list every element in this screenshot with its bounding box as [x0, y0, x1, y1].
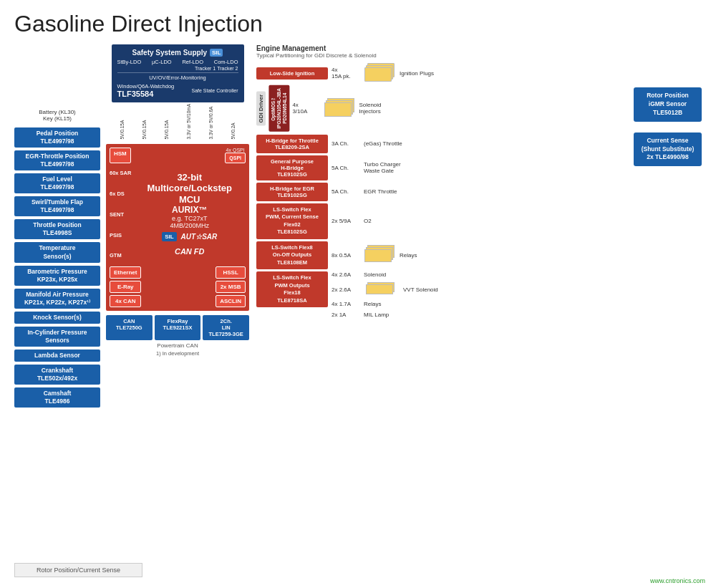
mcu-box: HSM 4x QSPI QSPI 60x SAR 6x DS SENT PSIS…	[106, 144, 249, 312]
bottom-note: Rotor Position/Current Sense	[14, 563, 142, 577]
gdi-spec: 4x3/10A	[292, 102, 321, 115]
in-dev-note: 1) In development	[156, 350, 199, 357]
gtm-label: GTM	[110, 252, 131, 259]
hbridge-egr-chip: H-Bridge for EGRTLE9102SG	[256, 183, 328, 201]
ls-switch-relay-target: Relays	[400, 252, 457, 259]
mcu-brand: AURIX™	[137, 205, 242, 215]
hbridge-gp-spec: 5A Ch.	[332, 165, 360, 171]
sensor-pedal-position: Pedal PositionTLE4997/98	[14, 127, 100, 148]
qspi-box: QSPI	[225, 153, 246, 163]
engine-mgmt-title: Engine Management	[256, 44, 630, 52]
ls-switch-flex18-chip: LS-Switch FlexPWM OutputsFlex18TLE8718SA	[256, 271, 328, 307]
safety-system-box: Safety System Supply SIL StBy-LDO µC-LDO…	[112, 44, 244, 102]
sensor-camshaft: CamshaftTLE4986	[14, 387, 100, 408]
hbridge-egr-target: EGR Throttle	[364, 188, 421, 195]
ls-switch-o2-spec: 2x 5/9A	[332, 218, 360, 224]
lin-chip: 2Ch. LIN TLE7259-3GE	[203, 315, 249, 340]
mcu-core-label: 32-bitMulticore/LockstepMCU	[137, 172, 242, 206]
sensor-barometric: Barometric PressureKP23x, KP25x	[14, 266, 100, 286]
battery-input: Battery (KL30) Key (KL15)	[14, 109, 100, 122]
hbridge-throttle-row: H-Bridge for ThrottleTLE8209-2SA 3A Ch. …	[256, 135, 630, 153]
autosar-label: AUT☆SAR	[181, 233, 218, 241]
sensor-throttle-position: Throttle PositionTLE4998S	[14, 219, 100, 239]
sensor-lambda: Lambda Sensor	[14, 350, 100, 362]
ignition-spec: 4x15A pk.	[332, 67, 360, 79]
page-title: Gasoline Direct Injection	[14, 11, 702, 37]
ls-switch-relay-spec: 8x 0.5A	[332, 252, 360, 259]
mcu-eg: e.g. TC27xT	[137, 215, 242, 222]
engine-mgmt-sub: Typical Partitioning for GDI Discrete & …	[256, 52, 630, 59]
hbridge-throttle-spec: 3A Ch.	[332, 140, 360, 147]
msb-box: 2x MSB	[216, 281, 246, 293]
gdi-driver-label: GDI Driver	[256, 92, 266, 126]
ignition-target: Ignition Plugs	[400, 70, 457, 77]
hbridge-gp-chip: General PurposeH-BridgeTLE9102SG	[256, 155, 328, 180]
page: Gasoline Direct Injection Battery (KL30)…	[0, 0, 716, 588]
main-layout: Battery (KL30) Key (KL15) Pedal Position…	[14, 44, 702, 408]
asclin-box: ASCLIN	[216, 295, 246, 307]
ls-switch-o2-row: LS-Switch FlexPWM, Current SenseFlex02TL…	[256, 203, 630, 239]
sensor-fuel-level: Fuel LevelTLE4997/98	[14, 173, 100, 193]
current-sense-box: Current Sense(Shunt Substitute)2x TLE499…	[634, 132, 702, 167]
hbridge-gp-row: General PurposeH-BridgeTLE9102SG 5A Ch. …	[256, 155, 630, 180]
far-right-column: Rotor PositioniGMR SensorTLE5012B Curren…	[634, 87, 702, 408]
sensor-egr-throttle: EGR-Throttle PositionTLE4997/98	[14, 150, 100, 170]
ls-switch-o2-target: O2	[364, 218, 421, 224]
rotor-position-box: Rotor PositioniGMR SensorTLE5012B	[634, 87, 702, 122]
sensor-manifold: Manifold Air PressureKP21x, KP22x, KP27x…	[14, 289, 100, 309]
ignition-chip: Low-Side Ignition	[256, 67, 328, 79]
sensors-column: Battery (KL30) Key (KL15) Pedal Position…	[14, 109, 100, 408]
solenoid-injectors-icon	[324, 98, 356, 118]
ls-switch-flex18-section: LS-Switch FlexPWM OutputsFlex18TLE8718SA…	[256, 271, 630, 320]
optimos-chip: OptiMOS™IPG20N1054L-3BAPD20N654L14	[268, 85, 289, 132]
gdi-row: GDI Driver OptiMOS™IPG20N1054L-3BAPD20N6…	[256, 85, 630, 132]
hbridge-egr-row: H-Bridge for EGRTLE9102SG 5A Ch. EGR Thr…	[256, 183, 630, 201]
flexray-chip: FlexRay TLE9221SX	[155, 315, 201, 340]
relays-icon	[364, 245, 396, 265]
sensor-swirl-tumble: Swirl/Tumble FlapTLE4997/98	[14, 196, 100, 216]
hbridge-egr-spec: 5A Ch.	[332, 188, 360, 195]
center-column: Safety System Supply SIL StBy-LDO µC-LDO…	[106, 44, 249, 408]
watermark: www.cntronics.com	[650, 577, 705, 584]
ls-switch-o2-chip: LS-Switch FlexPWM, Current SenseFlex02TL…	[256, 203, 328, 239]
bus-chips-row: CAN TLE7250G FlexRay TLE9221SX 2Ch. LIN …	[106, 315, 249, 340]
hssl-box: HSSL	[216, 266, 246, 279]
hsm-box: HSM	[110, 148, 131, 163]
sil-inner-badge: SIL	[162, 232, 176, 241]
powertrain-label: Powertrain CAN	[157, 342, 198, 349]
mcu-freq: 4MB/200MHz	[137, 222, 242, 229]
can-fd-label: CAN FD	[175, 247, 205, 256]
gdi-target: SolenoidInjectors	[359, 102, 416, 115]
sent-label: SENT	[110, 211, 131, 218]
sensor-crankshaft: CrankshaftTLE502x/492x	[14, 365, 100, 385]
voltage-labels: 5V/0.15A 5V/0.15A 5V/0.15A 3.3V or 5V/10…	[112, 104, 244, 140]
ignition-row: Low-Side Ignition 4x15A pk. Ignition Plu…	[256, 63, 630, 83]
ethernet-box: Ethernet	[110, 266, 141, 279]
sil-badge: SIL	[210, 49, 223, 57]
hbridge-throttle-chip: H-Bridge for ThrottleTLE8209-2SA	[256, 135, 328, 153]
right-outputs-column: Engine Management Typical Partitioning f…	[256, 44, 630, 408]
sensor-cylinder-pressure: In-Cylinder PressureSensors	[14, 327, 100, 347]
can-chip: CAN TLE7250G	[106, 315, 153, 340]
hbridge-throttle-target: (eGas) Throttle	[364, 140, 421, 147]
ignition-plugs-icon	[364, 63, 396, 83]
flex18-outputs: 4x 2.6A Solenoid 2x 2.6A VVT Solenoid 4x…	[332, 271, 460, 320]
psis-label: PSIS	[110, 232, 131, 238]
ds-label: 6x DS	[110, 191, 131, 197]
sar-label: 60x SAR	[110, 170, 131, 176]
hbridge-gp-target: Turbo ChargerWaste Gate	[364, 161, 421, 174]
ls-switch-relay-chip: LS-Switch Flex8On-Off OutputsTLE8108EM	[256, 241, 328, 270]
sensor-temperature: TemperatureSensor(s)	[14, 242, 100, 262]
can-box: 4x CAN	[110, 295, 141, 307]
ls-switch-relay-row: LS-Switch Flex8On-Off OutputsTLE8108EM 8…	[256, 241, 630, 270]
sensor-knock: Knock Sensor(s)	[14, 312, 100, 324]
eray-box: E-Ray	[110, 281, 141, 293]
